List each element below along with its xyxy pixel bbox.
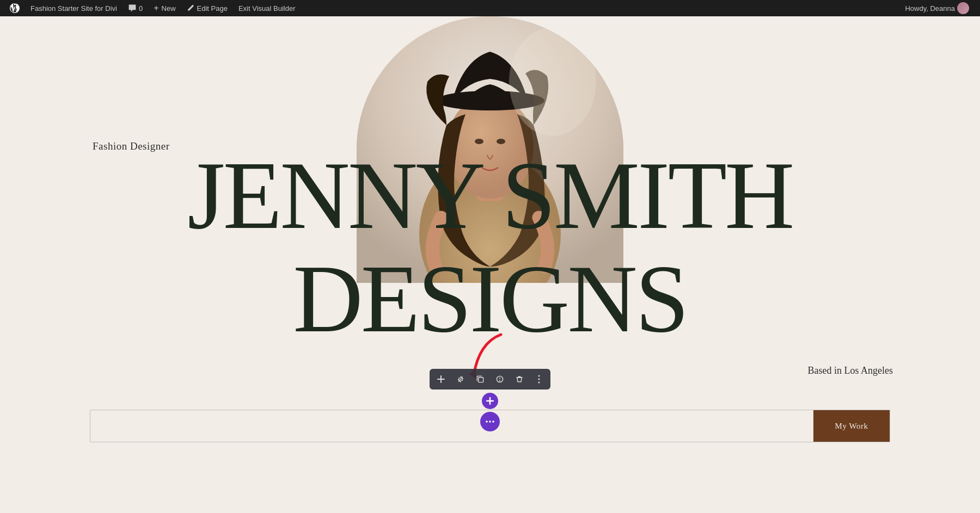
comment-count-button[interactable]: 0 [122, 0, 148, 16]
toolbar-settings-button[interactable] [451, 371, 470, 387]
svg-rect-9 [479, 378, 483, 382]
more-options-button[interactable] [480, 412, 500, 431]
my-work-button[interactable]: My Work [813, 410, 890, 442]
toolbar-duplicate-button[interactable] [471, 371, 489, 387]
svg-point-7 [509, 27, 596, 136]
new-button[interactable]: + New [148, 0, 181, 16]
toolbar-delete-button[interactable] [510, 371, 529, 387]
admin-bar: Fashion Starter Site for Divi 0 + New Ed… [0, 0, 980, 16]
svg-point-13 [538, 379, 540, 380]
hero-title-line1: JENNY SMITH [0, 147, 980, 244]
svg-point-15 [486, 421, 488, 423]
edit-page-button[interactable]: Edit Page [181, 0, 233, 16]
site-title-text: Fashion Starter Site for Divi [30, 4, 117, 13]
main-content: Fashion Designer JENNY SMITH DESIGNS Bas… [0, 16, 980, 513]
hero-title-line2: DESIGNS [0, 250, 980, 347]
fashion-designer-label: Fashion Designer [93, 140, 170, 152]
svg-point-17 [492, 421, 494, 423]
edit-page-label: Edit Page [197, 4, 228, 13]
user-avatar[interactable] [957, 2, 969, 14]
svg-point-16 [489, 421, 491, 423]
based-in-label: Based in Los Angeles [808, 365, 893, 376]
new-label: New [162, 4, 176, 13]
toolbar-disable-button[interactable] [491, 371, 509, 387]
divi-row-toolbar [430, 369, 550, 390]
site-title-button[interactable]: Fashion Starter Site for Divi [25, 0, 122, 16]
svg-point-14 [538, 382, 540, 384]
svg-point-12 [538, 375, 540, 377]
user-greeting: Howdy, Deanna [905, 2, 976, 14]
wp-logo-button[interactable] [4, 0, 25, 16]
svg-point-11 [500, 381, 500, 381]
howdy-text: Howdy, Deanna [905, 4, 955, 13]
add-row-button[interactable] [482, 393, 498, 409]
comment-count-text: 0 [139, 4, 143, 13]
exit-vb-label: Exit Visual Builder [238, 4, 296, 13]
toolbar-add-button[interactable] [432, 371, 450, 387]
toolbar-more-button[interactable] [530, 371, 548, 387]
exit-visual-builder-button[interactable]: Exit Visual Builder [233, 0, 301, 16]
